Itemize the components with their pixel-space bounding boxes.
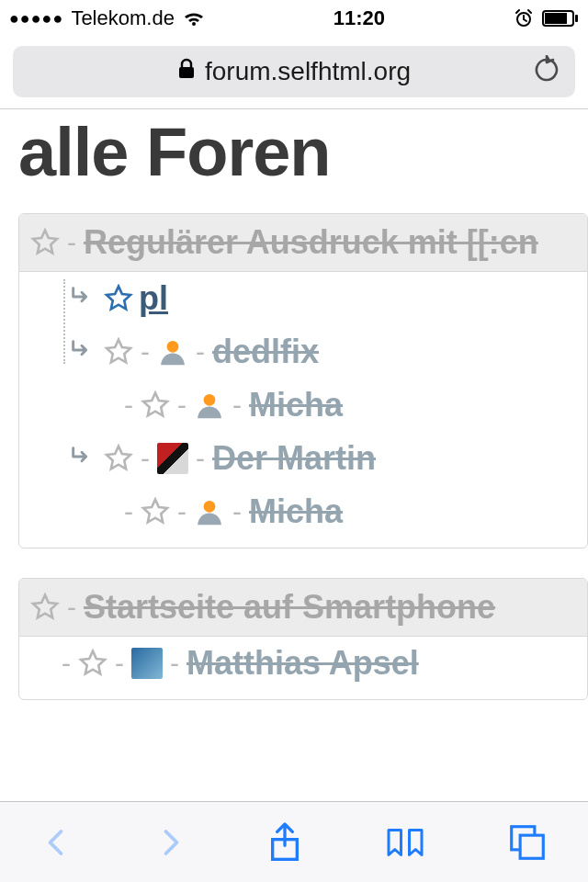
thread-header[interactable]: - Startseite auf Smartphone	[19, 579, 587, 637]
tree-arrow-icon	[69, 284, 95, 313]
separator-dash: -	[175, 496, 188, 527]
separator-dash: -	[60, 648, 73, 679]
user-avatar-icon	[157, 336, 188, 368]
star-icon[interactable]	[104, 337, 133, 367]
reply-row[interactable]: - - Der Martin	[30, 432, 587, 485]
url-text: forum.selfhtml.org	[205, 57, 411, 86]
star-icon[interactable]	[30, 593, 60, 622]
tree-line	[63, 279, 65, 364]
separator-dash: -	[231, 390, 243, 421]
svg-point-6	[204, 394, 216, 406]
separator-dash: -	[175, 390, 188, 421]
user-avatar-icon	[131, 648, 163, 679]
star-icon[interactable]	[141, 390, 170, 420]
reply-author[interactable]: dedlfix	[212, 333, 319, 371]
thread-replies: pl - - dedlfix - - -	[19, 272, 587, 548]
separator-dash: -	[168, 648, 181, 679]
reply-author[interactable]: Micha	[249, 492, 343, 531]
svg-rect-4	[179, 67, 194, 78]
thread-header[interactable]: - Regulärer Ausdruck mit [[:cn	[19, 214, 587, 272]
separator-dash: -	[139, 443, 152, 474]
separator-dash: -	[194, 443, 207, 474]
svg-rect-3	[575, 15, 578, 22]
star-icon[interactable]	[78, 649, 107, 678]
share-button[interactable]	[266, 820, 303, 865]
thread-replies: - - - Matthias Apsel	[19, 637, 587, 699]
reload-icon[interactable]	[533, 55, 560, 88]
thread-title[interactable]: Startseite auf Smartphone	[84, 588, 495, 627]
reply-author[interactable]: pl	[139, 279, 168, 318]
wifi-icon	[182, 9, 206, 28]
reply-row[interactable]: - - - Matthias Apsel	[30, 637, 587, 690]
svg-rect-2	[545, 13, 567, 24]
reply-row[interactable]: - - - Micha	[30, 379, 587, 432]
url-bar-container: forum.selfhtml.org	[0, 37, 588, 109]
signal-dots: ●●●●●	[9, 9, 63, 28]
reply-author[interactable]: Matthias Apsel	[187, 644, 419, 683]
svg-point-7	[204, 501, 216, 513]
reply-row[interactable]: - - dedlfix	[30, 325, 587, 379]
thread-box: - Startseite auf Smartphone - - - Matthi…	[18, 578, 588, 700]
separator-dash: -	[139, 336, 152, 368]
carrier-label: Telekom.de	[71, 6, 175, 30]
user-avatar-icon	[157, 443, 188, 474]
reply-author[interactable]: Micha	[249, 386, 343, 424]
clock-label: 11:20	[334, 6, 385, 30]
separator-dash: -	[231, 496, 243, 527]
user-avatar-icon	[194, 390, 225, 421]
tabs-button[interactable]	[507, 822, 548, 863]
reply-row[interactable]: - - - Micha	[30, 485, 587, 538]
tree-arrow-icon	[69, 337, 95, 367]
battery-icon	[542, 10, 579, 27]
separator-dash: -	[113, 648, 126, 679]
separator-dash: -	[122, 390, 135, 421]
user-avatar-icon	[194, 496, 225, 527]
browser-toolbar	[0, 801, 588, 882]
star-icon[interactable]	[141, 497, 170, 526]
url-bar[interactable]: forum.selfhtml.org	[13, 46, 575, 97]
star-icon[interactable]	[104, 444, 133, 473]
thread-title[interactable]: Regulärer Ausdruck mit [[:cn	[84, 223, 538, 262]
separator-dash: -	[122, 496, 135, 527]
separator-dash: -	[65, 227, 78, 258]
status-bar: ●●●●● Telekom.de 11:20	[0, 0, 588, 37]
page-title: alle Foren	[0, 109, 588, 213]
star-icon[interactable]	[104, 284, 133, 313]
svg-rect-10	[520, 835, 543, 858]
forward-button[interactable]	[153, 822, 187, 863]
star-icon[interactable]	[30, 228, 60, 257]
reply-row[interactable]: pl	[30, 272, 587, 325]
separator-dash: -	[65, 592, 78, 623]
alarm-icon	[513, 7, 535, 29]
separator-dash: -	[194, 336, 207, 368]
thread-box: - Regulärer Ausdruck mit [[:cn pl -	[18, 213, 588, 548]
tree-arrow-icon	[69, 444, 95, 473]
back-button[interactable]	[40, 822, 74, 863]
svg-point-5	[167, 341, 179, 353]
bookmarks-button[interactable]	[383, 822, 427, 863]
reply-author[interactable]: Der Martin	[212, 439, 376, 478]
lock-icon	[177, 57, 196, 86]
